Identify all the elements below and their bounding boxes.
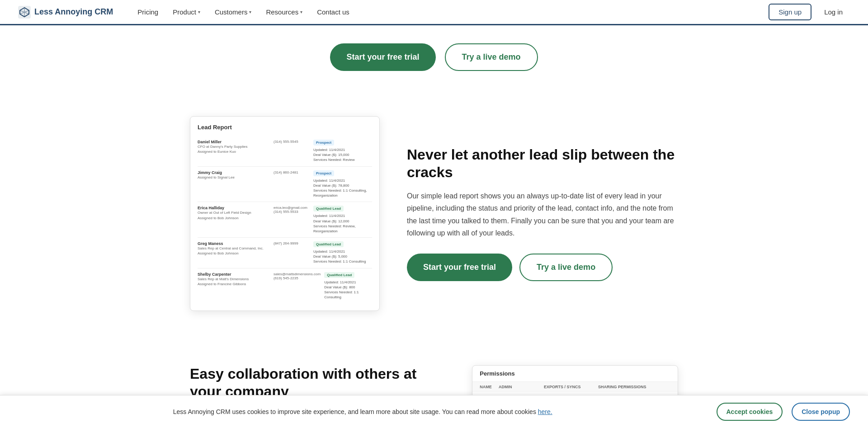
lead-section-buttons: Start your free trial Try a live demo: [407, 254, 678, 281]
nav-actions: Sign up Log in: [769, 4, 850, 20]
report-title: Lead Report: [198, 124, 372, 131]
signup-button[interactable]: Sign up: [769, 4, 811, 20]
product-chevron-icon: ▾: [198, 9, 200, 14]
lead-report-image: Lead Report Daniel Miller CFO at Danny's…: [190, 116, 380, 311]
table-row: Jimmy Craig Assigned to Signal Lee (314)…: [198, 167, 372, 202]
accept-cookies-button[interactable]: Accept cookies: [717, 403, 783, 421]
table-row: Greg Maness Sales Rep at Central and Com…: [198, 238, 372, 268]
permissions-header: NAME ADMIN EXPORTS / SYNCS SHARING PERMI…: [472, 382, 678, 392]
nav-contact[interactable]: Contact us: [311, 5, 356, 19]
nav-pricing[interactable]: Pricing: [131, 5, 165, 19]
hero-live-demo-button[interactable]: Try a live demo: [445, 43, 538, 71]
permissions-title: Permissions: [472, 366, 678, 382]
nav-links: Pricing Product ▾ Customers ▾ Resources …: [131, 5, 769, 19]
cookie-link[interactable]: here.: [538, 408, 552, 415]
lead-body: Our simple lead report shows you an alwa…: [407, 190, 678, 239]
table-row: Daniel Miller CFO at Danny's Party Suppl…: [198, 136, 372, 167]
lead-heading: Never let another lead slip between the …: [407, 146, 678, 181]
cookie-text: Less Annoying CRM uses cookies to improv…: [18, 408, 708, 415]
lead-section-text: Never let another lead slip between the …: [407, 146, 678, 281]
lead-live-demo-button[interactable]: Try a live demo: [519, 254, 613, 281]
nav-resources[interactable]: Resources ▾: [259, 5, 309, 19]
nav-logo[interactable]: Less Annoying CRM: [18, 6, 113, 19]
lead-start-trial-button[interactable]: Start your free trial: [407, 254, 512, 281]
resources-chevron-icon: ▾: [300, 9, 302, 14]
customers-chevron-icon: ▾: [249, 9, 251, 14]
lead-section: Lead Report Daniel Miller CFO at Danny's…: [163, 98, 705, 347]
mock-lead-report: Lead Report Daniel Miller CFO at Danny's…: [190, 116, 380, 311]
table-row: Erica Halliday Owner at Out of Left Fiel…: [198, 202, 372, 238]
nav-customers[interactable]: Customers ▾: [208, 5, 258, 19]
main-content: Start your free trial Try a live demo Le…: [0, 25, 868, 428]
navbar: Less Annoying CRM Pricing Product ▾ Cust…: [0, 0, 868, 25]
hero-start-trial-button[interactable]: Start your free trial: [330, 43, 435, 71]
nav-logo-text: Less Annoying CRM: [34, 7, 113, 17]
nav-product[interactable]: Product ▾: [166, 5, 207, 19]
hero-buttons-section: Start your free trial Try a live demo: [0, 25, 868, 98]
login-button[interactable]: Log in: [817, 5, 850, 19]
table-row: Shelby Carpenter Sales Rep at Matt's Dim…: [198, 268, 372, 304]
logo-icon: [18, 6, 31, 19]
cookie-banner: Less Annoying CRM uses cookies to improv…: [0, 395, 868, 428]
close-popup-button[interactable]: Close popup: [792, 403, 850, 421]
